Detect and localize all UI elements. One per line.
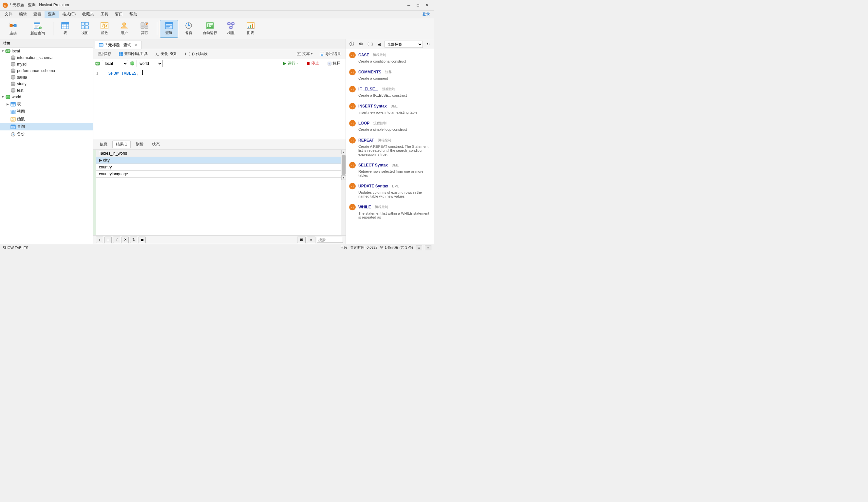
table-button[interactable]: 表 — [56, 20, 74, 38]
beautify-button[interactable]: 美化 SQL — [152, 50, 180, 57]
scroll-up-btn[interactable]: ▲ — [341, 150, 345, 154]
scroll-thumb[interactable] — [342, 155, 345, 175]
snippet-insert[interactable]: { } INSERT Syntax DML Insert new rows in… — [346, 100, 434, 117]
sidebar-item-local[interactable]: ▼ local — [0, 48, 93, 54]
scroll-down-btn[interactable]: ▼ — [341, 175, 345, 180]
autorun-button[interactable]: 自动运行 — [199, 20, 220, 38]
snippet-repeat[interactable]: { } REPEAT 流程控制 Create A REPEAT construc… — [346, 134, 434, 159]
table-row[interactable]: ▶ city — [96, 157, 341, 164]
sidebar-item-mysql[interactable]: mysql — [0, 61, 93, 68]
queries-icon — [10, 124, 16, 129]
function-button[interactable]: f(x) 函数 — [95, 20, 114, 38]
menu-view[interactable]: 查看 — [30, 11, 44, 18]
table-label: 表 — [63, 30, 67, 35]
run-button[interactable]: 运行 ▾ — [279, 60, 301, 67]
query-tab[interactable]: * 无标题 - 查询 ✕ — [95, 41, 142, 49]
sidebar-item-performance-schema[interactable]: performance_schema — [0, 68, 93, 74]
table-row[interactable]: country — [96, 164, 341, 171]
tab-info[interactable]: 信息 — [96, 141, 111, 148]
menu-window[interactable]: 窗口 — [112, 11, 126, 18]
sidebar-item-world-views[interactable]: 视图 — [0, 108, 93, 115]
app-icon: N — [3, 3, 8, 8]
sidebar-item-information-schema[interactable]: information_schema — [0, 54, 93, 61]
confirm-button[interactable]: ✓ — [113, 237, 120, 243]
db-icon — [10, 62, 16, 66]
sidebar-item-world-queries[interactable]: 查询 — [0, 123, 93, 131]
tab-profiling[interactable]: 剖析 — [132, 141, 147, 148]
maximize-button[interactable]: □ — [414, 2, 422, 9]
save-button[interactable]: 保存 — [95, 50, 114, 57]
tags-dropdown[interactable]: 全部标签 — [384, 41, 423, 48]
stop-button[interactable]: 停止 — [303, 60, 322, 67]
database-select[interactable]: world — [137, 60, 163, 67]
login-link[interactable]: 登录 — [422, 11, 433, 17]
sidebar-item-study[interactable]: study — [0, 81, 93, 87]
svg-rect-44 — [230, 27, 232, 29]
query-builder-button[interactable]: 查询创建工具 — [116, 50, 150, 57]
menu-format[interactable]: 格式(O) — [59, 11, 79, 18]
close-button[interactable]: ✕ — [423, 2, 431, 9]
new-query-button[interactable]: + 新建查询 — [26, 20, 49, 38]
search-input[interactable] — [317, 237, 343, 243]
backup-button[interactable]: 备份 — [179, 20, 198, 38]
tab-result1[interactable]: 结果 1 — [112, 141, 131, 148]
code-btn[interactable]: { } — [366, 41, 374, 48]
menu-query[interactable]: 查询 — [44, 11, 59, 18]
refresh-button[interactable]: ↻ — [130, 237, 137, 243]
sidebar-item-world-backup[interactable]: 备份 — [0, 131, 93, 138]
snippet-select[interactable]: { } SELECT Syntax DML Retrieve rows sele… — [346, 159, 434, 180]
statusbar: SHOW TABLES 只读 查询时间: 0.022s 第 1 条记录 (共 3… — [0, 244, 434, 251]
preview-btn[interactable]: 👁 — [357, 41, 365, 48]
results-scrollbar[interactable]: ▲ ▼ — [341, 150, 345, 235]
cancel-button[interactable]: ✕ — [122, 237, 129, 243]
grid-view-button[interactable]: ⊞ — [297, 237, 306, 243]
form-status-btn[interactable]: ≡ — [425, 245, 431, 250]
connect-label: 连接 — [10, 31, 17, 36]
code-editor[interactable]: 1 SHOW TABLES; — [93, 68, 345, 139]
other-button[interactable]: ▾ 其它 — [135, 20, 154, 38]
tab-status[interactable]: 状态 — [148, 141, 164, 148]
snippet-comments[interactable]: { } COMMENTS 注释 Create a comment — [346, 66, 434, 83]
snippet-while-icon: { } — [349, 204, 356, 211]
sidebar-item-test[interactable]: test — [0, 87, 93, 94]
query-button[interactable]: 查询 — [160, 20, 178, 38]
table-row[interactable]: countrylanguage — [96, 171, 341, 177]
menu-help[interactable]: 帮助 — [126, 11, 141, 18]
minimize-button[interactable]: ─ — [404, 2, 413, 9]
snippet-loop[interactable]: { } LOOP 流程控制 Create a simple loop const… — [346, 117, 434, 134]
refresh-snippets-btn[interactable]: ↻ — [424, 41, 432, 48]
menu-edit[interactable]: 编辑 — [16, 11, 30, 18]
sidebar-item-world-tables[interactable]: ▶ 表 — [0, 100, 93, 108]
form-view-button[interactable]: ≡ — [307, 237, 316, 243]
user-button[interactable]: 用户 — [115, 20, 133, 38]
text-button[interactable]: T 文本 ▾ — [294, 50, 315, 57]
svg-text:fx: fx — [11, 118, 14, 121]
snippet-while[interactable]: { } WHILE 流程控制 The statement list within… — [346, 201, 434, 222]
add-record-button[interactable]: + — [96, 237, 103, 243]
menu-tools[interactable]: 工具 — [97, 11, 112, 18]
connection-select[interactable]: local — [102, 60, 128, 67]
export-button[interactable]: 导出结果 — [317, 50, 344, 57]
snippet-update[interactable]: { } UPDATE Syntax DML Updates columns of… — [346, 180, 434, 201]
stop-records-button[interactable]: ⏹ — [138, 237, 146, 243]
view-button[interactable]: 视图 — [76, 20, 94, 38]
connect-button[interactable]: + 连接 — [3, 20, 23, 38]
model-button[interactable]: 模型 — [222, 20, 240, 38]
query-tab-close[interactable]: ✕ — [135, 43, 137, 47]
sidebar-item-world-functions[interactable]: fx 函数 — [0, 115, 93, 123]
sidebar-item-sakila[interactable]: sakila — [0, 74, 93, 81]
code-segment-button[interactable]: ( ) () 代码段 — [182, 50, 210, 57]
explain-button[interactable]: ? 解释 — [324, 60, 344, 67]
menu-file[interactable]: 文件 — [1, 11, 16, 18]
function-label: 函数 — [101, 30, 108, 35]
sidebar-item-world[interactable]: ▼ world — [0, 94, 93, 100]
grid-status-btn[interactable]: ⊞ — [416, 245, 422, 250]
delete-record-button[interactable]: − — [104, 237, 112, 243]
snippet-ifelse[interactable]: { } IF...ELSE... 流程控制 Create a IF...ELSE… — [346, 83, 434, 100]
menu-favorites[interactable]: 收藏夹 — [79, 11, 97, 18]
grid-btn[interactable]: ⊞ — [375, 41, 383, 48]
snippet-case[interactable]: { } CASE 流程控制 Create a conditional const… — [346, 49, 434, 66]
chart-button[interactable]: 图表 — [241, 20, 260, 38]
info-btn[interactable]: ⓘ — [348, 41, 356, 48]
svg-text:+: + — [40, 27, 41, 29]
